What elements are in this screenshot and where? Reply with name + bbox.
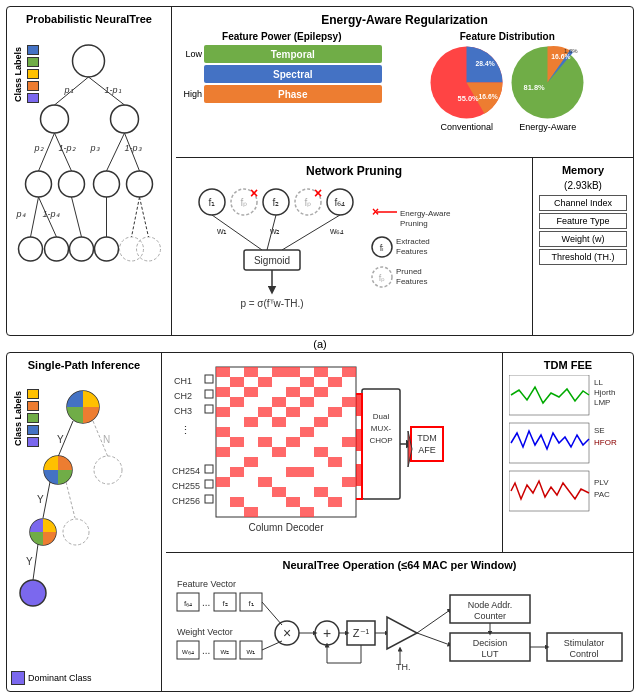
svg-rect-111 [205, 465, 213, 473]
svg-text:HFOR: HFOR [594, 438, 617, 447]
svg-point-2 [111, 105, 139, 133]
neural-tree-panel: Probabilistic NeuralTree Class Labels [7, 7, 172, 335]
svg-rect-126 [244, 387, 258, 397]
svg-rect-146 [216, 447, 230, 457]
svg-rect-119 [314, 367, 328, 377]
svg-rect-139 [314, 417, 328, 427]
svg-line-17 [107, 133, 125, 171]
svg-rect-129 [230, 397, 244, 407]
memory-row-feature: Feature Type [539, 213, 627, 229]
energy-aware-title: Energy-Aware Regularization [182, 13, 627, 27]
svg-line-207 [262, 641, 282, 650]
pruning-title: Network Pruning [182, 164, 526, 178]
feature-power: Feature Power (Epilepsy) Low Temporal Sp… [182, 31, 382, 132]
svg-rect-154 [258, 477, 272, 487]
svg-text:PAC: PAC [594, 490, 610, 499]
class-label-green [27, 57, 39, 67]
svg-rect-168 [356, 394, 362, 416]
svg-point-9 [70, 237, 94, 261]
svg-point-0 [73, 45, 105, 77]
svg-rect-117 [272, 367, 286, 377]
svg-text:Sigmoid: Sigmoid [254, 255, 290, 266]
class-label-purple [27, 93, 39, 103]
svg-rect-140 [216, 427, 230, 437]
svg-rect-134 [258, 407, 272, 417]
fp-temporal-bar: Temporal [204, 45, 382, 63]
svg-text:AFE: AFE [418, 445, 436, 455]
right-panel: Energy-Aware Regularization Feature Powe… [176, 7, 633, 335]
svg-rect-141 [300, 427, 314, 437]
pie-charts: 55.0% 28.4% 16.6% Conventional [388, 45, 627, 132]
svg-text:1-p₁: 1-p₁ [105, 85, 122, 95]
dominant-box [11, 671, 25, 685]
svg-point-7 [19, 237, 43, 261]
svg-text:CH2: CH2 [174, 391, 192, 401]
sp-class-green [27, 413, 39, 423]
svg-text:16.6%: 16.6% [552, 53, 571, 60]
svg-text:CH3: CH3 [174, 406, 192, 416]
svg-text:Pruned: Pruned [396, 267, 422, 276]
svg-text:LUT: LUT [481, 649, 499, 659]
svg-text:Node Addr.: Node Addr. [468, 600, 513, 610]
fp-row-spectral: Spectral [182, 65, 382, 83]
svg-rect-155 [216, 477, 230, 487]
svg-rect-149 [244, 457, 258, 467]
svg-point-100 [20, 580, 46, 606]
svg-text:f₆₄: f₆₄ [335, 197, 346, 208]
svg-rect-158 [314, 487, 328, 497]
class-label-orange [27, 81, 39, 91]
svg-text:CH256: CH256 [172, 496, 200, 506]
pruning-svg: f₁ fₚ f₂ fₚ f₆₄ × × w₁ [182, 182, 462, 327]
svg-rect-159 [230, 497, 244, 507]
svg-rect-122 [258, 377, 272, 387]
conventional-pie-item: 55.0% 28.4% 16.6% Conventional [429, 45, 504, 132]
svg-point-12 [137, 237, 161, 261]
dominant-class-legend: Dominant Class [11, 671, 92, 685]
svg-rect-157 [272, 487, 286, 497]
svg-text:fₚ: fₚ [305, 197, 312, 208]
neuraltree-op-panel: NeuralTree Operation (≤64 MAC per Window… [166, 553, 633, 691]
svg-rect-163 [300, 507, 314, 517]
svg-text:w₆₄: w₆₄ [181, 647, 194, 656]
svg-text:1-p₃: 1-p₃ [125, 143, 142, 153]
svg-rect-109 [205, 390, 213, 398]
svg-line-219 [417, 633, 450, 645]
svg-text:Dual: Dual [373, 412, 390, 421]
svg-text:Decision: Decision [473, 638, 508, 648]
afe-left: CH1 CH2 CH3 ⋮ CH254 CH255 CH256 [166, 353, 503, 552]
svg-point-4 [59, 171, 85, 197]
svg-text:81.8%: 81.8% [524, 83, 546, 92]
energy-content: Feature Power (Epilepsy) Low Temporal Sp… [182, 31, 627, 132]
svg-text:Y: Y [37, 494, 44, 505]
conventional-pie: 55.0% 28.4% 16.6% [429, 45, 504, 120]
svg-text:×: × [372, 205, 379, 219]
svg-text:Z⁻¹: Z⁻¹ [353, 627, 370, 639]
class-label-yellow [27, 69, 39, 79]
svg-text:Pruning: Pruning [400, 219, 428, 228]
class-label-boxes [27, 45, 39, 103]
svg-rect-130 [272, 397, 286, 407]
svg-text:p₁: p₁ [64, 85, 74, 95]
svg-rect-125 [216, 387, 230, 397]
svg-point-6 [127, 171, 153, 197]
svg-text:p₂: p₂ [34, 143, 44, 153]
svg-text:N: N [103, 434, 110, 445]
svg-rect-156 [342, 477, 356, 487]
svg-rect-142 [230, 437, 244, 447]
svg-rect-112 [205, 480, 213, 488]
afe-panel: CH1 CH2 CH3 ⋮ CH254 CH255 CH256 [166, 353, 633, 553]
svg-rect-147 [272, 447, 286, 457]
svg-text:Energy-Aware: Energy-Aware [400, 209, 451, 218]
svg-text:LMP: LMP [594, 398, 610, 407]
memory-subtitle: (2.93kB) [539, 180, 627, 191]
svg-point-3 [26, 171, 52, 197]
svg-rect-152 [286, 467, 300, 477]
sp-class-purple [27, 437, 39, 447]
svg-line-93 [43, 482, 50, 518]
svg-text:55.0%: 55.0% [458, 94, 480, 103]
svg-text:TH.: TH. [396, 662, 411, 672]
svg-rect-150 [328, 457, 342, 467]
memory-row-weight: Weight (w) [539, 231, 627, 247]
energy-aware-panel: Energy-Aware Regularization Feature Powe… [176, 7, 633, 158]
svg-text:fₚ: fₚ [379, 273, 386, 283]
